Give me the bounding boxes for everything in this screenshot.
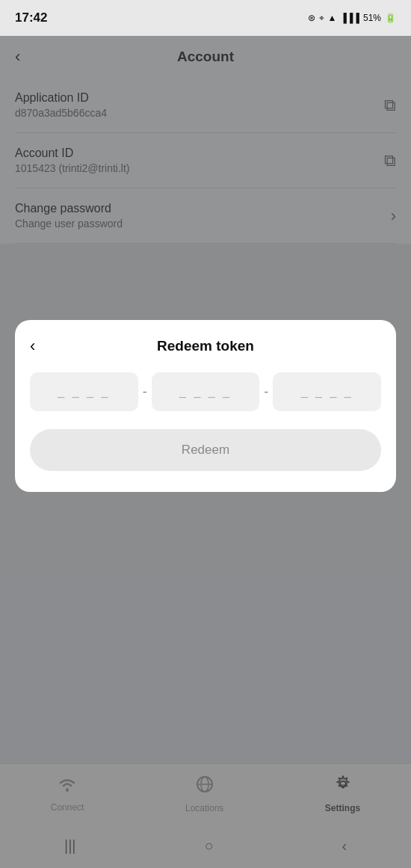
battery-icon: 🔋 (385, 13, 396, 23)
wifi-icon: ▲ (328, 13, 337, 23)
battery-label: 51% (363, 13, 381, 23)
status-bar: 17:42 ⊛ ⌖ ▲ ▐▐▐ 51% 🔋 (0, 0, 411, 36)
status-icons: ⊛ ⌖ ▲ ▐▐▐ 51% 🔋 (308, 13, 396, 23)
token-input-row: _ _ _ _ - _ _ _ _ - _ _ _ _ (30, 372, 381, 411)
redeem-button[interactable]: Redeem (30, 429, 381, 471)
bluetooth-icon: ⊛ (308, 13, 315, 23)
modal-header: ‹ Redeem token (30, 338, 381, 354)
redeem-token-modal: ‹ Redeem token _ _ _ _ - _ _ _ _ - _ _ _… (15, 320, 396, 492)
background-content: ‹ Account Application ID d870a3ad5b66cca… (0, 36, 411, 868)
token-separator-2: - (264, 384, 268, 400)
location-icon: ⌖ (319, 13, 324, 23)
status-time: 17:42 (15, 10, 47, 25)
token-separator-1: - (143, 384, 147, 400)
modal-back-button[interactable]: ‹ (30, 338, 35, 354)
modal-title: Redeem token (157, 338, 254, 354)
token-segment-2[interactable]: _ _ _ _ (152, 372, 260, 411)
token-segment-3[interactable]: _ _ _ _ (273, 372, 381, 411)
signal-icon: ▐▐▐ (340, 13, 359, 23)
token-segment-1[interactable]: _ _ _ _ (30, 372, 138, 411)
